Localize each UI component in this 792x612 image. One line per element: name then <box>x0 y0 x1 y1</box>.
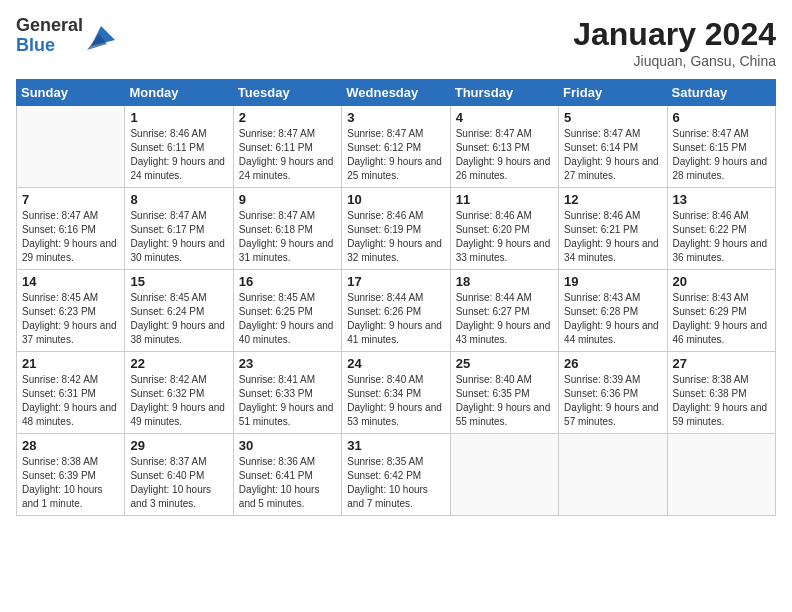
day-number: 7 <box>22 192 119 207</box>
day-info: Sunrise: 8:43 AMSunset: 6:29 PMDaylight:… <box>673 291 770 347</box>
calendar-cell: 29Sunrise: 8:37 AMSunset: 6:40 PMDayligh… <box>125 434 233 516</box>
month-title: January 2024 <box>573 16 776 53</box>
day-info: Sunrise: 8:47 AMSunset: 6:13 PMDaylight:… <box>456 127 553 183</box>
calendar-cell: 25Sunrise: 8:40 AMSunset: 6:35 PMDayligh… <box>450 352 558 434</box>
day-info: Sunrise: 8:46 AMSunset: 6:21 PMDaylight:… <box>564 209 661 265</box>
day-info: Sunrise: 8:45 AMSunset: 6:23 PMDaylight:… <box>22 291 119 347</box>
day-info: Sunrise: 8:38 AMSunset: 6:39 PMDaylight:… <box>22 455 119 511</box>
calendar-cell: 26Sunrise: 8:39 AMSunset: 6:36 PMDayligh… <box>559 352 667 434</box>
calendar-cell: 5Sunrise: 8:47 AMSunset: 6:14 PMDaylight… <box>559 106 667 188</box>
day-info: Sunrise: 8:37 AMSunset: 6:40 PMDaylight:… <box>130 455 227 511</box>
day-number: 12 <box>564 192 661 207</box>
day-number: 15 <box>130 274 227 289</box>
calendar-cell: 4Sunrise: 8:47 AMSunset: 6:13 PMDaylight… <box>450 106 558 188</box>
day-number: 18 <box>456 274 553 289</box>
day-info: Sunrise: 8:47 AMSunset: 6:12 PMDaylight:… <box>347 127 444 183</box>
calendar-cell: 13Sunrise: 8:46 AMSunset: 6:22 PMDayligh… <box>667 188 775 270</box>
calendar-cell: 2Sunrise: 8:47 AMSunset: 6:11 PMDaylight… <box>233 106 341 188</box>
day-number: 6 <box>673 110 770 125</box>
day-number: 4 <box>456 110 553 125</box>
calendar-cell: 11Sunrise: 8:46 AMSunset: 6:20 PMDayligh… <box>450 188 558 270</box>
calendar-cell: 1Sunrise: 8:46 AMSunset: 6:11 PMDaylight… <box>125 106 233 188</box>
day-number: 22 <box>130 356 227 371</box>
day-number: 27 <box>673 356 770 371</box>
day-info: Sunrise: 8:45 AMSunset: 6:25 PMDaylight:… <box>239 291 336 347</box>
calendar-cell: 10Sunrise: 8:46 AMSunset: 6:19 PMDayligh… <box>342 188 450 270</box>
calendar-week-2: 7Sunrise: 8:47 AMSunset: 6:16 PMDaylight… <box>17 188 776 270</box>
day-info: Sunrise: 8:36 AMSunset: 6:41 PMDaylight:… <box>239 455 336 511</box>
day-number: 9 <box>239 192 336 207</box>
calendar-cell: 18Sunrise: 8:44 AMSunset: 6:27 PMDayligh… <box>450 270 558 352</box>
calendar-cell: 24Sunrise: 8:40 AMSunset: 6:34 PMDayligh… <box>342 352 450 434</box>
calendar-cell: 9Sunrise: 8:47 AMSunset: 6:18 PMDaylight… <box>233 188 341 270</box>
day-info: Sunrise: 8:39 AMSunset: 6:36 PMDaylight:… <box>564 373 661 429</box>
day-number: 28 <box>22 438 119 453</box>
calendar-cell: 14Sunrise: 8:45 AMSunset: 6:23 PMDayligh… <box>17 270 125 352</box>
day-number: 5 <box>564 110 661 125</box>
location: Jiuquan, Gansu, China <box>573 53 776 69</box>
calendar-cell: 23Sunrise: 8:41 AMSunset: 6:33 PMDayligh… <box>233 352 341 434</box>
calendar-cell: 20Sunrise: 8:43 AMSunset: 6:29 PMDayligh… <box>667 270 775 352</box>
page-header: General Blue January 2024 Jiuquan, Gansu… <box>16 16 776 69</box>
day-info: Sunrise: 8:42 AMSunset: 6:32 PMDaylight:… <box>130 373 227 429</box>
calendar-week-5: 28Sunrise: 8:38 AMSunset: 6:39 PMDayligh… <box>17 434 776 516</box>
calendar-cell: 8Sunrise: 8:47 AMSunset: 6:17 PMDaylight… <box>125 188 233 270</box>
day-info: Sunrise: 8:47 AMSunset: 6:14 PMDaylight:… <box>564 127 661 183</box>
day-info: Sunrise: 8:44 AMSunset: 6:26 PMDaylight:… <box>347 291 444 347</box>
day-number: 23 <box>239 356 336 371</box>
title-block: January 2024 Jiuquan, Gansu, China <box>573 16 776 69</box>
day-info: Sunrise: 8:46 AMSunset: 6:22 PMDaylight:… <box>673 209 770 265</box>
day-number: 31 <box>347 438 444 453</box>
day-info: Sunrise: 8:45 AMSunset: 6:24 PMDaylight:… <box>130 291 227 347</box>
calendar-cell: 16Sunrise: 8:45 AMSunset: 6:25 PMDayligh… <box>233 270 341 352</box>
day-number: 21 <box>22 356 119 371</box>
day-info: Sunrise: 8:47 AMSunset: 6:17 PMDaylight:… <box>130 209 227 265</box>
weekday-header-thursday: Thursday <box>450 80 558 106</box>
day-number: 10 <box>347 192 444 207</box>
calendar-cell: 22Sunrise: 8:42 AMSunset: 6:32 PMDayligh… <box>125 352 233 434</box>
day-info: Sunrise: 8:46 AMSunset: 6:20 PMDaylight:… <box>456 209 553 265</box>
calendar-table: SundayMondayTuesdayWednesdayThursdayFrid… <box>16 79 776 516</box>
calendar-cell <box>667 434 775 516</box>
logo-blue-text: Blue <box>16 36 83 56</box>
weekday-header-sunday: Sunday <box>17 80 125 106</box>
day-info: Sunrise: 8:46 AMSunset: 6:19 PMDaylight:… <box>347 209 444 265</box>
day-info: Sunrise: 8:38 AMSunset: 6:38 PMDaylight:… <box>673 373 770 429</box>
calendar-cell: 15Sunrise: 8:45 AMSunset: 6:24 PMDayligh… <box>125 270 233 352</box>
calendar-cell: 12Sunrise: 8:46 AMSunset: 6:21 PMDayligh… <box>559 188 667 270</box>
calendar-cell: 6Sunrise: 8:47 AMSunset: 6:15 PMDaylight… <box>667 106 775 188</box>
day-number: 19 <box>564 274 661 289</box>
day-number: 8 <box>130 192 227 207</box>
calendar-cell: 31Sunrise: 8:35 AMSunset: 6:42 PMDayligh… <box>342 434 450 516</box>
logo-icon <box>87 22 115 50</box>
day-number: 3 <box>347 110 444 125</box>
calendar-week-4: 21Sunrise: 8:42 AMSunset: 6:31 PMDayligh… <box>17 352 776 434</box>
day-info: Sunrise: 8:46 AMSunset: 6:11 PMDaylight:… <box>130 127 227 183</box>
day-info: Sunrise: 8:35 AMSunset: 6:42 PMDaylight:… <box>347 455 444 511</box>
calendar-cell <box>450 434 558 516</box>
day-number: 14 <box>22 274 119 289</box>
day-number: 25 <box>456 356 553 371</box>
calendar-cell: 27Sunrise: 8:38 AMSunset: 6:38 PMDayligh… <box>667 352 775 434</box>
day-number: 13 <box>673 192 770 207</box>
weekday-header-monday: Monday <box>125 80 233 106</box>
day-number: 17 <box>347 274 444 289</box>
calendar-body: 1Sunrise: 8:46 AMSunset: 6:11 PMDaylight… <box>17 106 776 516</box>
calendar-cell: 3Sunrise: 8:47 AMSunset: 6:12 PMDaylight… <box>342 106 450 188</box>
calendar-cell <box>17 106 125 188</box>
calendar-cell: 7Sunrise: 8:47 AMSunset: 6:16 PMDaylight… <box>17 188 125 270</box>
weekday-header-tuesday: Tuesday <box>233 80 341 106</box>
day-info: Sunrise: 8:40 AMSunset: 6:34 PMDaylight:… <box>347 373 444 429</box>
calendar-cell: 17Sunrise: 8:44 AMSunset: 6:26 PMDayligh… <box>342 270 450 352</box>
day-number: 26 <box>564 356 661 371</box>
day-number: 29 <box>130 438 227 453</box>
page-container: General Blue January 2024 Jiuquan, Gansu… <box>0 0 792 526</box>
calendar-header: SundayMondayTuesdayWednesdayThursdayFrid… <box>17 80 776 106</box>
day-info: Sunrise: 8:47 AMSunset: 6:11 PMDaylight:… <box>239 127 336 183</box>
logo-general-text: General <box>16 16 83 36</box>
calendar-cell: 30Sunrise: 8:36 AMSunset: 6:41 PMDayligh… <box>233 434 341 516</box>
calendar-cell: 19Sunrise: 8:43 AMSunset: 6:28 PMDayligh… <box>559 270 667 352</box>
day-info: Sunrise: 8:41 AMSunset: 6:33 PMDaylight:… <box>239 373 336 429</box>
day-info: Sunrise: 8:47 AMSunset: 6:15 PMDaylight:… <box>673 127 770 183</box>
day-info: Sunrise: 8:47 AMSunset: 6:16 PMDaylight:… <box>22 209 119 265</box>
